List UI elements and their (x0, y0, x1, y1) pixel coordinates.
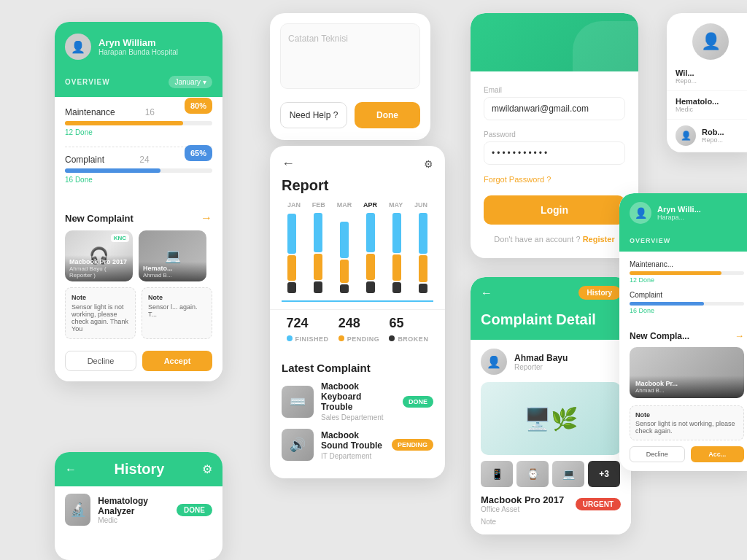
maintenance-percent: 80% (185, 98, 212, 114)
pending-badge: PENDING (392, 439, 433, 451)
history-done-badge: DONE (177, 504, 212, 516)
right-user-hematolo: Hematolo... Medic (667, 91, 747, 120)
maintenance-bar (65, 121, 212, 125)
note-card-1: Note Sensor light is not working, please… (65, 287, 136, 339)
user-list-card: 👤 Wil... Repo... Hematolo... Medic 👤 Rob… (667, 13, 747, 152)
thumb-1[interactable]: 📱 (481, 461, 513, 487)
maintenance-label: Maintenance (65, 107, 115, 117)
complaint-thumb-1[interactable]: 🎧 Macbook Pro 2017 Ahmad Bayu ( Reporter… (65, 230, 133, 281)
chart-stats: 724 FINISHED 248 PENDING 65 BROKEN (270, 309, 445, 354)
latest-thumb-1: ⌨️ (282, 386, 314, 418)
month-selector[interactable]: January ▾ (169, 76, 212, 88)
rdash-nc-arrow[interactable]: → (735, 330, 744, 341)
history-header: ← History ⚙ (55, 452, 222, 486)
maintenance-done: 12 Done (65, 128, 212, 136)
report-header: ← ⚙ (270, 146, 445, 177)
complaint-thumb-2[interactable]: 💻 Hemato... Ahmad B... (139, 230, 206, 281)
dashboard-card: 👤 Aryn William Harapan Bunda Hospital OV… (55, 22, 222, 381)
right-user-1: Wil... Repo... (667, 63, 747, 91)
history-filter-icon[interactable]: ⚙ (202, 462, 212, 476)
thumb-3[interactable]: 💻 (552, 461, 584, 487)
overview-label: OVERVIEW (65, 78, 110, 86)
asset-name: Macbook Pro 2017 (481, 494, 564, 505)
login-button[interactable]: Login (484, 195, 625, 225)
month-feb: FEB (312, 201, 325, 209)
history-item-thumb: 🔬 (65, 494, 90, 526)
rdash-header: 👤 Aryn Willi... Harapa... (619, 193, 747, 233)
complaint-thumbnails: 📱 ⌚ 💻 +3 (481, 461, 621, 487)
bar-mar (340, 213, 349, 293)
complaint-cards: 🎧 Macbook Pro 2017 Ahmad Bayu ( Reporter… (55, 230, 222, 281)
rdash-complaint-thumb[interactable]: Macbook Pr... Ahmad B... (630, 347, 744, 398)
rdash-avatar: 👤 (630, 202, 651, 224)
rdash-overview: OVERVIEW (619, 233, 747, 252)
need-help-button[interactable]: Need Help ? (280, 102, 347, 128)
bar-jun (419, 213, 427, 293)
stat-broken: 65 BROKEN (389, 316, 428, 344)
complaint-main-image: 🖥️🌿 (481, 382, 621, 455)
login-body: Email Password Forgot Password ? Login D… (471, 71, 638, 258)
note-section: Note Sensor light is not working, please… (55, 281, 222, 345)
latest-item-1[interactable]: ⌨️ Macbook Keyboard Trouble Sales Depart… (282, 381, 433, 421)
finished-num: 724 (287, 316, 329, 331)
email-label: Email (484, 86, 625, 94)
done-button[interactable]: Done (355, 102, 420, 128)
report-back-icon[interactable]: ← (282, 156, 295, 171)
chart-area (270, 213, 445, 300)
complaint-bar (65, 168, 212, 173)
top-user-avatar: 👤 (692, 23, 729, 60)
asset-row: Macbook Pro 2017 Office Asset URGENT (481, 494, 621, 513)
password-input[interactable] (484, 141, 625, 165)
catatan-textarea[interactable]: Catatan Teknisi (280, 23, 420, 89)
decline-button[interactable]: Decline (65, 351, 136, 371)
history-title: History (115, 461, 165, 478)
history-body: 🔬 Hematology Analyzer Medic DONE (55, 486, 222, 533)
complaint-title-section: Complaint Detail (471, 308, 631, 340)
overview-bar: OVERVIEW January ▾ (55, 70, 222, 97)
thumb-2[interactable]: ⌚ (516, 461, 549, 487)
rdash-maintenance: Maintenanc... 12 Done (630, 260, 744, 284)
complaint-history-button[interactable]: History (578, 286, 621, 300)
rdash-complaint: Complaint 16 Done (630, 291, 744, 314)
accept-button[interactable]: Accept (142, 351, 212, 371)
rdash-decline-button[interactable]: Decline (630, 446, 685, 462)
done-badge: DONE (403, 396, 433, 408)
complaint-badge: KNC (111, 234, 129, 242)
stat-finished: 724 FINISHED (287, 316, 329, 344)
note-label: Note (481, 518, 621, 526)
bar-jan (287, 213, 296, 293)
right-dashboard-card: 👤 Aryn Willi... Harapa... OVERVIEW Maint… (619, 193, 747, 471)
reporter-name: Ahmad Bayu (514, 353, 568, 363)
stats-section: Maintenance 16 80% 12 Done Complaint 24 … (55, 97, 222, 204)
bar-feb (314, 213, 322, 293)
rdash-buttons: Decline Acc... (619, 446, 747, 471)
month-apr[interactable]: APR (363, 201, 377, 209)
month-mar: MAR (337, 201, 352, 209)
complaint-back-icon[interactable]: ← (481, 287, 492, 300)
latest-item-2[interactable]: 🔊 Macbook Sound Trouble IT Departement P… (282, 429, 433, 461)
password-label: Password (484, 131, 625, 139)
chart-underline (282, 300, 433, 302)
month-jun: JUN (414, 201, 427, 209)
note-card-2: Note Sensor l... again. T... (142, 287, 212, 339)
stat-pending: 248 PENDING (338, 316, 380, 344)
latest-thumb-2: 🔊 (282, 429, 314, 461)
report-filter-icon[interactable]: ⚙ (424, 158, 433, 170)
latest-section: Latest Complaint ⌨️ Macbook Keyboard Tro… (270, 354, 445, 478)
register-link[interactable]: Register (583, 235, 615, 244)
new-complaint-title: New Complaint (65, 213, 133, 224)
complaint-detail-title: Complaint Detail (481, 311, 621, 328)
forgot-password-link[interactable]: Forgot Password ? (484, 175, 625, 184)
email-input[interactable] (484, 97, 625, 120)
more-photos[interactable]: +3 (588, 461, 620, 487)
rdash-stats: Maintenanc... 12 Done Complaint 16 Done (619, 252, 747, 330)
complaint-body: 👤 Ahmad Bayu Reporter 🖥️🌿 📱 ⌚ 💻 +3 Macbo… (471, 340, 631, 534)
see-all-arrow[interactable]: → (201, 211, 212, 225)
month-jan: JAN (287, 201, 301, 209)
history-back-icon[interactable]: ← (65, 463, 77, 476)
rdash-accept-button[interactable]: Acc... (691, 446, 745, 462)
rob-avatar: 👤 (676, 125, 696, 146)
urgency-badge: URGENT (576, 498, 621, 510)
complaint-count: 24 (139, 155, 149, 165)
user-hospital: Harapan Bunda Hospital (98, 48, 178, 56)
